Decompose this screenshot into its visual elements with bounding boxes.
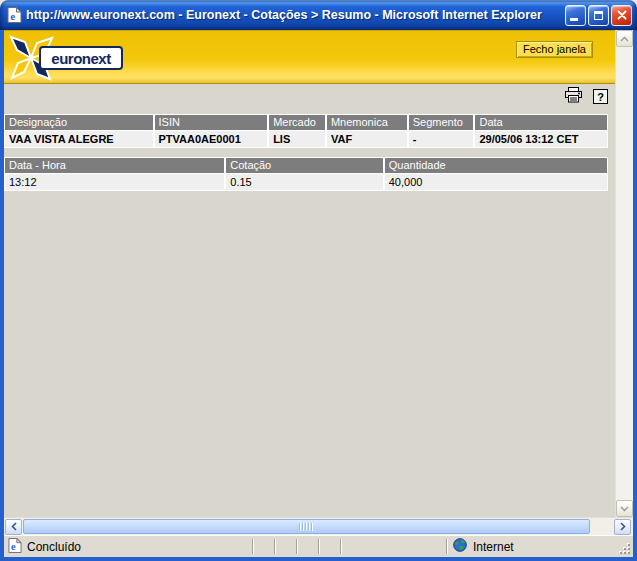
cell-hora: 13:12 bbox=[5, 174, 224, 190]
minimize-button[interactable] bbox=[565, 5, 586, 26]
col-header-mercado: Mercado bbox=[267, 115, 325, 130]
cell-segmento: - bbox=[407, 131, 474, 147]
euronext-banner: euronext Fecho janela bbox=[4, 30, 615, 84]
svg-text:e: e bbox=[11, 541, 16, 552]
close-window-button[interactable]: Fecho janela bbox=[516, 41, 593, 58]
trades-table-header-row: Data - Hora Cotação Quantidade bbox=[4, 157, 608, 173]
browser-window: e http://www.euronext.com - Euronext - C… bbox=[0, 0, 637, 561]
trades-table: Data - Hora Cotação Quantidade 13:12 0.1… bbox=[4, 157, 608, 191]
horizontal-scroll-thumb[interactable] bbox=[23, 519, 590, 534]
quote-table-header-row: Designação ISIN Mercado Mnemonica Segmen… bbox=[4, 114, 608, 130]
page-content: ? Designação ISIN Mercado Mnemonica Segm… bbox=[4, 84, 615, 517]
close-icon bbox=[617, 10, 627, 20]
status-panel bbox=[297, 536, 318, 557]
col-header-cotacao: Cotação bbox=[224, 158, 382, 173]
print-icon[interactable] bbox=[564, 86, 583, 107]
col-header-isin: ISIN bbox=[153, 115, 268, 130]
window-title: http://www.euronext.com - Euronext - Cot… bbox=[26, 8, 565, 22]
scroll-down-button[interactable] bbox=[616, 500, 633, 517]
svg-text:e: e bbox=[10, 10, 15, 22]
col-header-segmento: Segmento bbox=[407, 115, 474, 130]
scroll-up-button[interactable] bbox=[616, 30, 633, 47]
trades-table-row: 13:12 0.15 40,000 bbox=[4, 173, 608, 191]
col-header-designacao: Designação bbox=[5, 115, 153, 130]
internet-zone-globe-icon bbox=[453, 538, 467, 555]
status-panel bbox=[275, 536, 296, 557]
chevron-left-icon bbox=[11, 522, 17, 531]
cell-isin: PTVAA0AE0001 bbox=[153, 131, 268, 147]
col-header-data: Data bbox=[473, 115, 607, 130]
resize-grip[interactable] bbox=[625, 536, 633, 557]
scroll-left-button[interactable] bbox=[5, 519, 22, 535]
ie-page-icon: e bbox=[7, 7, 22, 23]
vertical-scrollbar[interactable] bbox=[615, 30, 633, 517]
status-panel bbox=[253, 536, 274, 557]
maximize-icon bbox=[594, 11, 603, 20]
status-panel bbox=[319, 536, 340, 557]
quote-summary-table: Designação ISIN Mercado Mnemonica Segmen… bbox=[4, 114, 608, 148]
col-header-data-hora: Data - Hora bbox=[5, 158, 224, 173]
col-header-quantidade: Quantidade bbox=[383, 158, 607, 173]
minimize-icon bbox=[570, 18, 578, 21]
horizontal-scrollbar[interactable] bbox=[4, 517, 633, 535]
euronext-logo: euronext bbox=[9, 35, 125, 81]
chevron-down-icon bbox=[620, 506, 629, 512]
help-icon[interactable]: ? bbox=[593, 89, 608, 104]
cell-data: 29/05/06 13:12 CET bbox=[473, 131, 607, 147]
quote-table-row: VAA VISTA ALEGRE PTVAA0AE0001 LIS VAF - … bbox=[4, 130, 608, 148]
ie-document-icon: e bbox=[8, 538, 22, 556]
col-header-mnemonica: Mnemonica bbox=[325, 115, 407, 130]
page-viewport: euronext Fecho janela bbox=[4, 30, 615, 517]
cell-cotacao: 0.15 bbox=[224, 174, 382, 190]
cell-quantidade: 40,000 bbox=[383, 174, 607, 190]
status-text: Concluído bbox=[27, 540, 81, 554]
cell-mnemonica: VAF bbox=[325, 131, 407, 147]
title-bar[interactable]: e http://www.euronext.com - Euronext - C… bbox=[0, 0, 637, 30]
maximize-button[interactable] bbox=[588, 5, 609, 26]
euronext-wordmark: euronext bbox=[39, 46, 123, 70]
close-button[interactable] bbox=[611, 5, 632, 26]
zone-label: Internet bbox=[473, 540, 514, 554]
scroll-right-button[interactable] bbox=[614, 519, 631, 535]
cell-mercado: LIS bbox=[267, 131, 325, 147]
cell-designacao: VAA VISTA ALEGRE bbox=[5, 131, 153, 147]
window-frame: euronext Fecho janela bbox=[0, 30, 637, 561]
chevron-up-icon bbox=[620, 36, 629, 42]
status-bar: e Concluído bbox=[4, 535, 633, 557]
status-panel bbox=[341, 536, 446, 557]
chevron-right-icon bbox=[620, 522, 626, 531]
scroll-thumb-grip bbox=[299, 523, 314, 531]
